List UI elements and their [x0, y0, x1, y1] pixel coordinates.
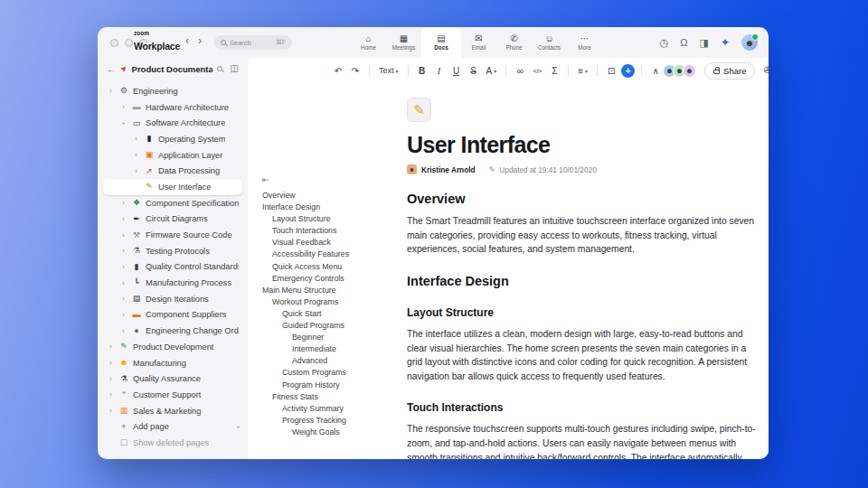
- sidebar-item-user-interface[interactable]: ✎User Interface: [103, 179, 242, 195]
- collapse-toolbar-button[interactable]: ∧: [648, 63, 663, 79]
- outline-item-quick-start[interactable]: Quick Start: [262, 309, 400, 321]
- sidebar-item-testing-protocols[interactable]: ›⚗Testing Protocols: [103, 243, 242, 259]
- chevron-right-icon[interactable]: ›: [119, 199, 127, 207]
- doc-heading-layout-structure[interactable]: Layout Structure: [407, 306, 763, 319]
- outline-item-overview[interactable]: Overview: [262, 191, 400, 202]
- outline-item-accessibility-features[interactable]: Accessibility Features: [262, 249, 400, 261]
- chevron-right-icon[interactable]: ›: [119, 311, 127, 319]
- chevron-right-icon[interactable]: ›: [107, 359, 115, 367]
- collaborator-avatar-3[interactable]: ☻: [683, 64, 696, 78]
- minimize-window-button[interactable]: [125, 39, 133, 47]
- tab-meetings[interactable]: ▦Meetings: [386, 27, 421, 58]
- chevron-right-icon[interactable]: ›: [119, 295, 127, 303]
- tab-email[interactable]: ✉Email: [461, 27, 496, 58]
- document-title[interactable]: User Interface: [407, 132, 763, 158]
- collapse-sidebar-icon[interactable]: ◫: [231, 64, 239, 73]
- history-forward-button[interactable]: ›: [198, 34, 202, 47]
- chevron-right-icon[interactable]: ›: [119, 231, 127, 239]
- sidebar-item-product-development[interactable]: ›✎Product Development: [103, 339, 242, 355]
- list-format-dropdown[interactable]: ≡▾: [575, 63, 590, 79]
- chevron-right-icon[interactable]: ›: [107, 375, 115, 383]
- doc-heading-interface-design[interactable]: Interface Design: [407, 274, 763, 288]
- chevron-right-icon[interactable]: ›: [132, 135, 140, 143]
- outline-item-program-history[interactable]: Program History: [262, 380, 400, 392]
- outline-item-main-menu-structure[interactable]: Main Menu Structure: [262, 286, 400, 297]
- code-button[interactable]: </>: [530, 63, 544, 79]
- sidebar-item-engineering[interactable]: ›⚙Engineering: [103, 83, 242, 99]
- chevron-right-icon[interactable]: ›: [132, 167, 140, 175]
- collapse-outline-icon[interactable]: ⇤: [262, 175, 400, 184]
- chevron-down-icon[interactable]: ›: [119, 119, 127, 127]
- link-button[interactable]: ∞: [513, 63, 527, 79]
- global-search-input[interactable]: Search ⌘F: [214, 35, 292, 50]
- outline-item-workout-programs[interactable]: Workout Programs: [262, 297, 400, 309]
- sidebar-item-operating-system[interactable]: ›▮Operating System: [103, 131, 242, 147]
- sidebar-item-manufacturing-process[interactable]: ›┗Manufacturing Process: [103, 275, 242, 291]
- tab-more[interactable]: ⋯More: [567, 27, 602, 58]
- strikethrough-button[interactable]: S: [467, 63, 481, 79]
- notifications-bell-icon[interactable]: Ω: [680, 38, 687, 48]
- outline-item-guided-programs[interactable]: Guided Programs: [262, 321, 400, 333]
- sidebar-item-quality-control-standards[interactable]: ›▮Quality Control Standards: [103, 259, 242, 276]
- chevron-right-icon[interactable]: ›: [107, 87, 115, 95]
- sidebar-item-design-iterations[interactable]: ›▤Design Iterations: [103, 291, 242, 307]
- outline-item-emergency-controls[interactable]: Emergency Controls: [262, 274, 400, 286]
- ai-insert-button[interactable]: +: [621, 64, 635, 78]
- sidebar-search-icon[interactable]: [217, 66, 222, 71]
- outline-item-activity-summary[interactable]: Activity Summary: [262, 404, 400, 416]
- text-style-dropdown[interactable]: Text▾: [376, 63, 401, 79]
- user-profile-avatar[interactable]: ☻: [741, 34, 758, 51]
- comment-button[interactable]: ⊡: [604, 63, 618, 79]
- sidebar-item-customer-support[interactable]: ›❝Customer Support: [103, 387, 242, 403]
- doc-heading-overview[interactable]: Overview: [407, 192, 763, 206]
- close-window-button[interactable]: [110, 39, 118, 47]
- sidebar-item-show-deleted-pages[interactable]: ▢Show deleted pages: [103, 435, 242, 451]
- outline-item-interface-design[interactable]: Interface Design: [262, 202, 400, 214]
- share-button[interactable]: Share: [704, 62, 755, 80]
- tab-phone[interactable]: ✆Phone: [496, 27, 532, 58]
- undo-button[interactable]: ↶: [331, 63, 345, 79]
- side-panel-icon[interactable]: ◨: [700, 38, 709, 48]
- chevron-right-icon[interactable]: ›: [132, 151, 140, 159]
- watch-icon[interactable]: ◷: [660, 38, 669, 48]
- chevron-right-icon[interactable]: ›: [119, 215, 127, 223]
- outline-item-intermediate[interactable]: Intermediate: [262, 344, 400, 356]
- chevron-down-icon[interactable]: ›: [233, 426, 241, 428]
- outline-item-custom-programs[interactable]: Custom Programs: [262, 368, 400, 380]
- text-color-dropdown[interactable]: A▾: [484, 63, 500, 79]
- chevron-right-icon[interactable]: ›: [119, 327, 127, 335]
- workspace-title[interactable]: Product Documenta...: [132, 64, 212, 74]
- sidebar-item-quality-assurance[interactable]: ›⚗Quality Assurance: [103, 371, 242, 387]
- italic-button[interactable]: I: [432, 63, 447, 79]
- chevron-right-icon[interactable]: ›: [107, 343, 115, 351]
- video-camera-icon[interactable]: ✇: [763, 66, 769, 75]
- sidebar-item-firmware-source-code[interactable]: ›⚒Firmware Source Code: [103, 227, 242, 243]
- bold-button[interactable]: B: [415, 63, 429, 79]
- sidebar-item-engineering-change-orders[interactable]: ›●Engineering Change Orders: [103, 323, 242, 339]
- outline-item-fitness-stats[interactable]: Fitness Stats: [262, 392, 400, 404]
- outline-item-weight-goals[interactable]: Weight Goals: [262, 427, 400, 439]
- sidebar-item-application-layer[interactable]: ›▣Application Layer: [103, 147, 242, 164]
- tab-docs[interactable]: ▤Docs: [421, 27, 461, 58]
- sidebar-item-add-page[interactable]: +Add page›: [103, 418, 242, 435]
- document-emoji-icon[interactable]: ✎: [407, 98, 431, 122]
- outline-item-visual-feedback[interactable]: Visual Feedback: [262, 238, 400, 249]
- sidebar-back-button[interactable]: ←: [107, 64, 116, 74]
- sidebar-item-sales-marketing[interactable]: ›▥Sales & Marketing: [103, 403, 242, 419]
- ai-companion-sparkle-icon[interactable]: ✦: [721, 37, 730, 48]
- outline-item-progress-tracking[interactable]: Progress Tracking: [262, 416, 400, 427]
- chevron-right-icon[interactable]: ›: [119, 263, 127, 271]
- doc-heading-touch-interactions[interactable]: Touch Interactions: [407, 401, 763, 414]
- tab-contacts[interactable]: ☺Contacts: [532, 27, 567, 58]
- sidebar-item-component-suppliers[interactable]: ›▬Component Suppliers: [103, 307, 242, 324]
- redo-button[interactable]: ↷: [348, 63, 363, 79]
- chevron-right-icon[interactable]: ›: [119, 103, 127, 111]
- chevron-right-icon[interactable]: ›: [119, 279, 127, 287]
- tab-home[interactable]: ⌂Home: [351, 27, 386, 58]
- sidebar-item-data-processing[interactable]: ›↗Data Processing: [103, 163, 242, 179]
- outline-item-quick-access-menu[interactable]: Quick Access Menu: [262, 262, 400, 274]
- sidebar-item-hardware-architecture[interactable]: ›▬Hardware Architecture: [103, 99, 242, 116]
- chevron-right-icon[interactable]: ›: [119, 247, 127, 255]
- sidebar-item-software-architecture[interactable]: ›▭Software Architecture: [103, 115, 242, 131]
- sidebar-item-component-specifications[interactable]: ›❖Component Specifications: [103, 195, 242, 211]
